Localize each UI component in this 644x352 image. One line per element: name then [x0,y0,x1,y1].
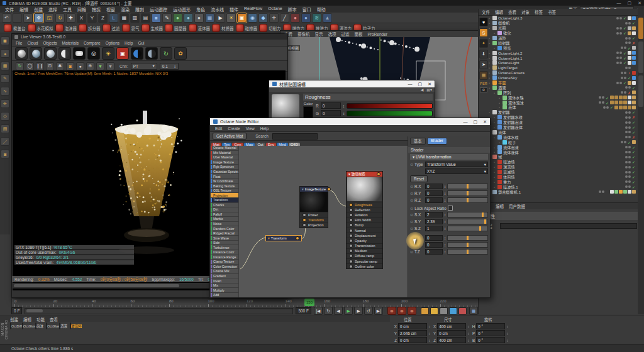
menu-item[interactable]: 角色 [196,6,205,13]
environment-icon[interactable]: ◉ [248,13,257,23]
visibility-dot[interactable] [616,57,619,59]
maximize-button[interactable]: ▢ [628,1,632,6]
stepper-icon[interactable]: ↕ [506,324,508,329]
plugin-button[interactable]: 切削力 [259,24,281,32]
tag-icon[interactable] [628,51,631,55]
array-icon[interactable]: ▦ [205,13,214,23]
camera-icon[interactable]: ▶ [216,13,225,23]
live-viewer-menu-item[interactable]: Gui [138,41,144,45]
render-dot[interactable] [602,101,604,104]
deformer-icon[interactable]: ● [184,13,193,23]
render-dot[interactable] [628,136,631,138]
refresh-green-icon[interactable]: ↻ [160,47,172,60]
slider-track[interactable] [447,226,488,231]
tag-icon[interactable] [632,71,636,75]
node-list-item[interactable]: Float [211,174,238,179]
back-arrow-icon[interactable]: ◀ [421,87,424,92]
render-settings-icon[interactable]: ▤ [141,13,150,23]
prev-frame-icon[interactable]: ◀ [334,307,343,315]
coord-system-toggle[interactable]: L [109,13,118,23]
tab-basic[interactable]: 基本 [410,138,426,145]
tag-icon[interactable] [628,101,631,104]
next-frame-icon[interactable]: ▶ [354,307,363,315]
menu-item[interactable]: RealFlow [244,6,262,13]
box-icon[interactable]: ▦ [479,71,488,80]
render-dot[interactable] [628,185,631,188]
object-manager-menu-item[interactable]: 标签 [535,9,543,15]
coord-value[interactable]: 0 cm [437,330,466,336]
render-dot[interactable] [628,156,631,158]
cloth-icon[interactable]: ● [301,13,311,23]
cursor-icon[interactable]: ➤ [479,60,488,69]
tag-icon[interactable] [623,96,627,99]
node-port[interactable]: Power [300,212,328,217]
render-dot[interactable] [628,116,631,119]
close-button[interactable]: ✕ [483,119,487,124]
tree-row[interactable]: •OctaneLight.1✓ [489,55,636,60]
tag-icon[interactable] [619,96,623,99]
type-dropdown[interactable]: Transform Value▾ [425,162,488,167]
node-list-item[interactable]: Image Texture [211,160,238,165]
attr-row-value[interactable] [500,223,637,229]
object-manager-menu-item[interactable]: 对象 [521,9,530,15]
node-port[interactable]: Displacement [347,233,382,238]
state-icon[interactable]: ▪ [627,71,631,75]
node-list-item[interactable]: Invert [211,278,238,283]
tag-icon[interactable] [623,190,627,194]
tag-icon[interactable] [610,96,614,99]
scale-tool-icon[interactable]: ◱ [45,13,54,23]
object-manager-menu-item[interactable]: 查看 [508,9,516,15]
frame-start-field[interactable]: 0 F [11,307,22,314]
state-icon[interactable]: ✓ [623,51,627,55]
state-icon[interactable]: ✓ [631,120,636,124]
state-icon[interactable]: ✓ [631,160,636,164]
port-dot[interactable] [349,223,353,227]
render-dot[interactable] [628,67,631,69]
render-dot[interactable] [628,131,631,133]
edge-tab[interactable] [638,75,643,107]
state-icon[interactable]: ✓ [631,165,636,169]
render-dot[interactable] [606,106,609,109]
port-dot[interactable] [349,260,353,263]
node-list-item[interactable]: Mix Material [211,151,238,155]
render-dot[interactable] [628,166,631,168]
softbox-icon[interactable] [73,47,86,60]
node-list-item[interactable]: Baking Texture [211,184,238,188]
stepper-icon[interactable]: ↕ [444,250,446,254]
coord-value[interactable]: 0 cm [398,337,427,343]
live-viewer-menu-item[interactable]: Help [125,41,133,45]
node-list-item[interactable]: Side [211,241,238,245]
render-dot[interactable] [624,72,626,74]
cycle-icon[interactable]: ↺ [364,307,373,315]
frame-end-field[interactable]: 500 F [296,307,311,314]
visibility-dot[interactable] [625,67,628,69]
live-viewer-menu-item[interactable]: Cloud [27,41,38,45]
tag-icon[interactable] [632,26,636,30]
plugin-button[interactable]: 覆盖台 [4,24,26,32]
slider-value[interactable]: 2 [425,212,443,217]
minimize-button[interactable]: — [408,82,413,87]
channel-slider[interactable] [347,111,433,116]
visibility-dot[interactable] [621,91,623,94]
visibility-dot[interactable] [621,141,623,143]
slider-knob[interactable] [484,219,486,224]
render-dot[interactable] [628,180,631,183]
object-manager-menu-item[interactable]: 文件 [482,9,490,15]
attr-manager-tab[interactable]: 编辑 [496,203,504,209]
camera-red-icon[interactable]: ▣ [116,47,129,60]
spring-icon[interactable]: ≋ [312,13,321,23]
slider-value[interactable]: 0 [425,249,443,255]
menu-item[interactable]: 选择 [48,6,57,13]
tag-icon[interactable] [632,61,636,65]
menu-item[interactable]: 渲染 [121,6,130,13]
settings-icon[interactable]: ✱ [56,62,64,70]
stepper-icon[interactable]: ↕ [467,331,469,336]
coord-value[interactable]: 0 ° [476,323,505,329]
tag-icon[interactable] [614,106,618,109]
state-icon[interactable]: ✓ [623,16,627,20]
tree-row[interactable]: •OctaneSky✓ [489,75,636,80]
display-mode-icon[interactable]: ▣ [237,13,247,23]
menu-item[interactable]: 脚本 [288,6,297,13]
stepper-icon[interactable]: ↕ [428,331,430,336]
visibility-dot[interactable] [625,116,628,119]
